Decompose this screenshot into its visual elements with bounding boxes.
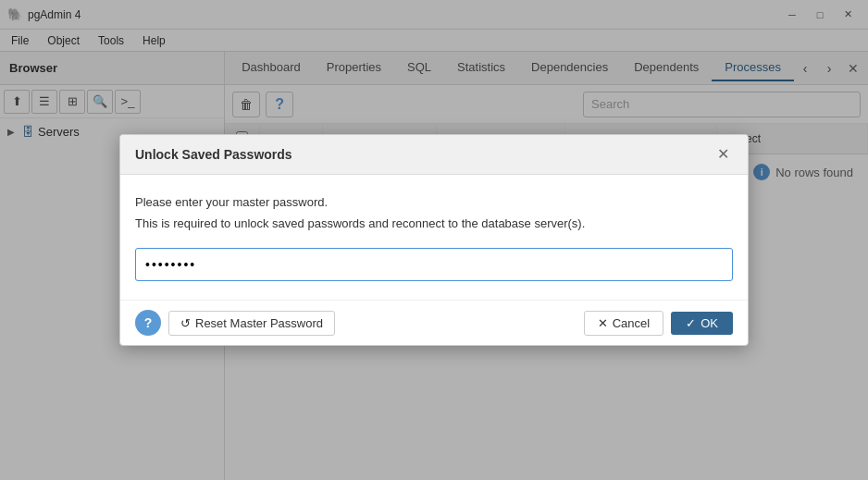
dialog-close-button[interactable]: ✕ (713, 144, 733, 165)
cancel-button[interactable]: ✕ Cancel (584, 311, 663, 336)
reset-label: Reset Master Password (195, 316, 323, 330)
dialog-message: Please enter your master password. This … (135, 193, 733, 234)
cancel-label: Cancel (613, 316, 650, 330)
modal-overlay: Unlock Saved Passwords ✕ Please enter yo… (0, 0, 868, 480)
dialog-message-line1: Please enter your master password. (135, 193, 733, 213)
dialog-help-icon: ? (144, 315, 153, 330)
dialog-footer: ? ↺ Reset Master Password ✕ Cancel ✓ OK (120, 300, 748, 345)
ok-label: OK (701, 316, 718, 330)
reset-icon: ↺ (180, 316, 191, 330)
cancel-icon: ✕ (598, 316, 608, 330)
dialog-help-button[interactable]: ? (135, 310, 161, 336)
dialog-title: Unlock Saved Passwords (135, 147, 292, 162)
dialog-header: Unlock Saved Passwords ✕ (120, 135, 748, 175)
unlock-passwords-dialog: Unlock Saved Passwords ✕ Please enter yo… (119, 134, 749, 347)
password-input[interactable] (135, 248, 733, 281)
dialog-message-line2: This is required to unlock saved passwor… (135, 215, 733, 234)
dialog-body: Please enter your master password. This … (120, 175, 748, 301)
reset-master-password-button[interactable]: ↺ Reset Master Password (168, 311, 335, 336)
ok-button[interactable]: ✓ OK (671, 312, 733, 335)
ok-icon: ✓ (686, 316, 696, 330)
